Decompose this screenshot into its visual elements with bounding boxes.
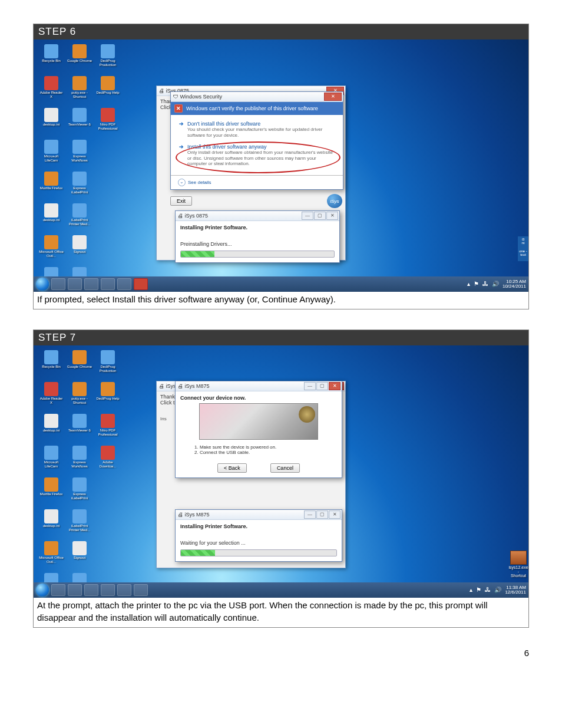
minimize-button[interactable]: — [304,510,316,519]
desktop-icon[interactable]: putty.exe - Shortcut [67,76,92,106]
taskbar-item[interactable] [51,278,65,290]
step-7-header: STEP 7 [34,330,528,345]
ini-icon [44,203,58,218]
start-button[interactable] [36,584,49,597]
tray-up-icon[interactable]: ▴ [467,281,470,287]
ini-icon [44,414,58,428]
desktop-icon-empty [95,172,121,201]
option-desc: Only install driver software obtained fr… [187,150,335,167]
flag-icon[interactable]: ⚑ [474,281,479,287]
security-option-install-anyway[interactable]: ➔ Install this driver software anyway On… [179,144,335,167]
desktop-icon[interactable]: Mozilla Firefox [38,172,64,201]
express-workflows-icon [72,140,87,154]
see-details-toggle[interactable]: ⌄ See details [171,175,343,189]
desktop-icon[interactable]: Microsoft LifeCam [38,446,64,475]
isys12-shortcut-icon[interactable]: isys12.exe - Shortcut [508,551,528,578]
minimize-button[interactable]: — [304,382,316,390]
security-option-dont-install[interactable]: ➔ Don't install this driver software You… [179,121,335,138]
dialog-title: iSys M875 [185,383,210,389]
dediprog-help-icon [101,76,115,90]
desktop-icon[interactable]: desktop.ini [38,414,64,443]
dialog-titlebar[interactable]: 🖨 iSys 0875 — ▢ ✕ [176,211,339,221]
desktop-icon[interactable]: Express iLabelPrint [67,477,92,507]
taskbar-item[interactable] [134,584,148,596]
desktop-icon[interactable]: putty.exe - Shortcut [67,382,92,411]
close-button[interactable]: ✕ [329,382,340,390]
desktop-icon[interactable]: Recycle Bin [38,44,64,74]
taskbar-item[interactable] [117,278,131,290]
minimize-button[interactable]: — [302,212,313,220]
clock-date: 10/24/2011 [503,284,526,289]
dialog-titlebar[interactable]: 🖨 iSys M875 — ▢ ✕ [176,381,342,391]
desktop-icon[interactable]: Nitro PDF Professional [95,414,121,443]
arrow-icon: ➔ [179,144,184,167]
desktop-icon[interactable]: Microsoft Office Outl... [38,235,64,265]
close-button[interactable]: ✕ [324,93,342,101]
taskbar-item[interactable] [134,278,148,290]
network-icon[interactable]: 🖧 [485,587,491,593]
desktop-icon[interactable]: DediProg Help [95,76,121,106]
volume-icon[interactable]: 🔊 [494,587,501,593]
desktop-icon[interactable]: Google Chrome [67,350,92,380]
desktop-icon[interactable]: Mozilla Firefox [38,477,64,507]
desktop-icon[interactable]: Express Workflows [67,446,92,475]
ini-icon [44,108,58,122]
flag-icon[interactable]: ⚑ [476,587,481,593]
back-button[interactable]: < Back [217,463,247,473]
taskbar-clock[interactable]: 11:38 AM 12/6/2011 [505,585,526,595]
desktop-icon[interactable]: Microsoft LifeCam [38,140,64,169]
desktop-icon-grid: Recycle Bin Google Chrome DediProg Produ… [38,350,121,598]
taskbar-item[interactable] [84,278,98,290]
connect-device-dialog: 🖨 iSys M875 — ▢ ✕ Connect your device no… [175,381,342,478]
desktop-icon[interactable]: TeamViewer 6 [67,108,92,137]
chrome-icon [72,350,87,364]
security-titlebar[interactable]: 🛡 Windows Security ✕ [171,92,343,102]
desktop-icon[interactable]: Adobe Reader X [38,76,64,106]
taskbar-item[interactable] [101,584,115,596]
desktop-icon[interactable]: DediProg Help [95,382,121,411]
desktop-icon[interactable]: Google Chrome [67,44,92,74]
desktop-icon[interactable]: DediProg Production [95,44,121,74]
dialog-title: iSys 0875 [185,213,209,219]
maximize-button[interactable]: ▢ [316,382,328,390]
desktop-icon[interactable]: Recycle Bin [38,350,64,380]
desktop-icon[interactable]: iLabelPrint Printer Med... [67,203,92,233]
recycle-bin-icon [44,44,58,58]
desktop-icon[interactable]: Microsoft Office Outl... [38,541,64,571]
desktop-icon[interactable]: Nitro PDF Professional [95,108,121,137]
start-button[interactable] [36,278,49,291]
desktop-icon[interactable]: desktop.ini [38,509,64,539]
desktop-icon[interactable]: Signout [67,235,92,265]
desktop-icon[interactable]: Express Workflows [67,140,92,169]
taskbar-item[interactable] [68,278,82,290]
desktop-icon[interactable]: TeamViewer 6 [67,414,92,443]
putty-icon [72,76,87,90]
cancel-button[interactable]: Cancel [270,463,300,473]
exit-button[interactable]: Exit [170,196,192,206]
volume-icon[interactable]: 🔊 [492,281,499,287]
network-icon[interactable]: 🖧 [482,281,488,287]
maximize-button[interactable]: ▢ [316,510,328,519]
desktop-icon[interactable]: Adobe Downloa... [95,446,121,475]
desktop-icon[interactable]: DediProg Production [95,350,121,380]
installing-headline: Installing Printer Software. [180,225,335,230]
taskbar-item[interactable] [68,584,82,596]
taskbar-item[interactable] [117,584,131,596]
desktop-icon[interactable]: desktop.ini [38,108,64,137]
desktop-icon[interactable]: Adobe Reader X [38,382,64,411]
dialog-titlebar[interactable]: 🖨 iSys M875 — ▢ ✕ [176,510,342,520]
taskbar-item[interactable] [101,278,115,290]
desktop-icon[interactable]: iLabelPrint Printer Med... [67,509,92,539]
tray-up-icon[interactable]: ▴ [470,587,472,593]
taskbar-item[interactable] [51,584,65,596]
outlook-icon [44,541,58,555]
maximize-button[interactable]: ▢ [314,212,326,220]
page-number: 6 [33,648,529,658]
desktop-icon[interactable]: Signout [67,541,92,571]
desktop-icon[interactable]: Express iLabelPrint [67,172,92,201]
taskbar-clock[interactable]: 10:25 AM 10/24/2011 [503,279,526,289]
taskbar-item[interactable] [84,584,98,596]
close-button[interactable]: ✕ [329,510,340,519]
close-button[interactable]: ✕ [326,212,338,220]
desktop-icon[interactable]: desktop.ini [38,203,64,233]
